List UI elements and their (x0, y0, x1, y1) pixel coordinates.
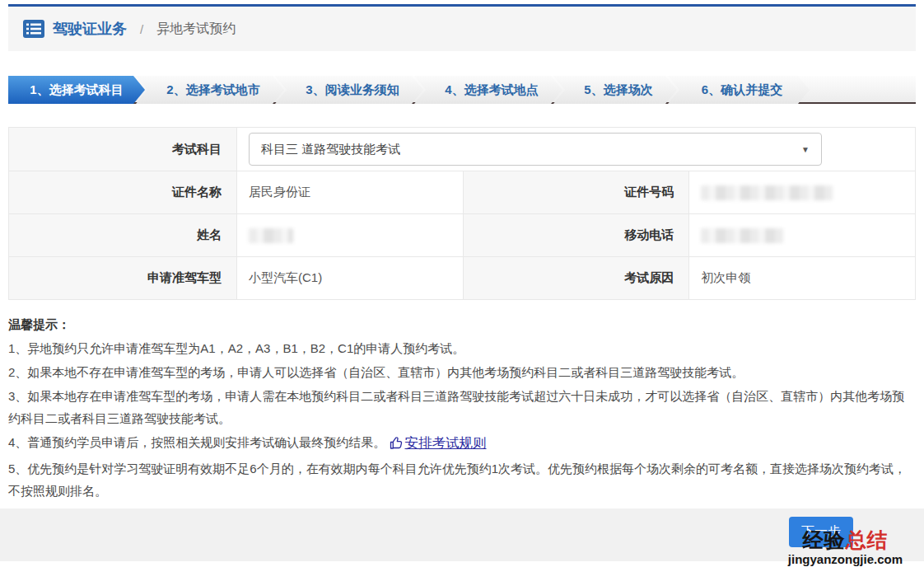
exam-subject-cell: 科目三 道路驾驶技能考试 ▼ (237, 128, 916, 171)
exam-reason-value: 初次申领 (689, 257, 916, 300)
tip-item-5: 5、优先预约是针对学习驾驶证明有效期不足6个月的，在有效期内每个科目允许优先预约… (8, 457, 914, 502)
tip-item-4: 4、普通预约学员申请后，按照相关规则安排考试确认最终预约结果。 安排考试规则 (8, 431, 914, 456)
table-row: 姓名 移动电话 (9, 214, 916, 257)
tip-item-4-text: 4、普通预约学员申请后，按照相关规则安排考试确认最终预约结果。 (8, 435, 385, 449)
exam-rules-link[interactable]: 安排考试规则 (390, 431, 487, 456)
step-2-select-exam-city[interactable]: 2、选择考试地市 (136, 76, 284, 104)
chevron-down-icon: ▼ (801, 145, 810, 154)
footer-bar: 下一步 (0, 508, 924, 561)
cert-name-label: 证件名称 (9, 171, 237, 214)
table-row: 考试科目 科目三 道路驾驶技能考试 ▼ (9, 128, 916, 171)
exam-rules-link-label: 安排考试规则 (405, 431, 487, 456)
tip-item-3: 3、如果本地存在申请准驾车型的考场，申请人需在本地预约科目二或者科目三道路驾驶技… (8, 385, 914, 429)
step-wizard: 1、选择考试科目 2、选择考试地市 3、阅读业务须知 4、选择考试地点 5、选择… (8, 76, 916, 104)
applicant-info-table: 考试科目 科目三 道路驾驶技能考试 ▼ 证件名称 居民身份证 证件号码 姓名 移… (8, 127, 916, 300)
tip-item-2: 2、如果本地不存在申请准驾车型的考场，申请人可以选择省（自治区、直辖市）内其他考… (8, 361, 914, 383)
watermark-title: 经验总结 (788, 529, 903, 552)
tip-item-1: 1、异地预约只允许申请准驾车型为A1，A2，A3，B1，B2，C1的申请人预约考… (8, 337, 914, 359)
watermark-domain: jingyanzongjie.com (788, 552, 903, 566)
watermark: 经验总结 jingyanzongjie.com (788, 529, 903, 567)
step-wizard-filler (810, 76, 916, 102)
step-3-read-business-notice[interactable]: 3、阅读业务须知 (275, 76, 423, 104)
vehicle-type-label: 申请准驾车型 (9, 257, 237, 300)
phone-label: 移动电话 (463, 214, 689, 257)
step-6-confirm-submit[interactable]: 6、确认并提交 (668, 76, 810, 104)
cert-number-label: 证件号码 (463, 171, 689, 214)
breadcrumb: 驾驶证业务 / 异地考试预约 (8, 7, 916, 51)
exam-subject-label: 考试科目 (9, 128, 237, 171)
list-icon (23, 20, 44, 38)
step-5-select-session[interactable]: 5、选择场次 (553, 76, 677, 104)
tips-title: 温馨提示： (8, 313, 914, 335)
exam-subject-select[interactable]: 科目三 道路驾驶技能考试 ▼ (249, 133, 822, 166)
cert-number-value-redacted (689, 171, 916, 214)
exam-reason-label: 考试原因 (463, 257, 689, 300)
table-row: 申请准驾车型 小型汽车(C1) 考试原因 初次申领 (9, 257, 916, 300)
breadcrumb-section[interactable]: 驾驶证业务 (53, 19, 127, 39)
step-4-select-exam-site[interactable]: 4、选择考试地点 (414, 76, 562, 104)
step-1-select-exam-subject[interactable]: 1、选择考试科目 (8, 76, 145, 104)
cert-name-value: 居民身份证 (237, 171, 464, 214)
phone-value-redacted (689, 214, 916, 257)
table-row: 证件名称 居民身份证 证件号码 (9, 171, 916, 214)
exam-subject-selected-value: 科目三 道路驾驶技能考试 (261, 142, 400, 157)
page: 驾驶证业务 / 异地考试预约 1、选择考试科目 2、选择考试地市 3、阅读业务须… (0, 4, 924, 567)
vehicle-type-value: 小型汽车(C1) (237, 257, 464, 300)
breadcrumb-separator: / (140, 22, 143, 36)
breadcrumb-current: 异地考试预约 (156, 21, 236, 38)
thumbs-up-icon (390, 436, 404, 450)
name-label: 姓名 (9, 214, 237, 257)
name-value-redacted (237, 214, 464, 257)
watermark-title-black: 经验 (802, 528, 845, 551)
tips-section: 温馨提示： 1、异地预约只允许申请准驾车型为A1，A2，A3，B1，B2，C1的… (8, 313, 914, 502)
watermark-title-red: 总结 (845, 528, 888, 551)
